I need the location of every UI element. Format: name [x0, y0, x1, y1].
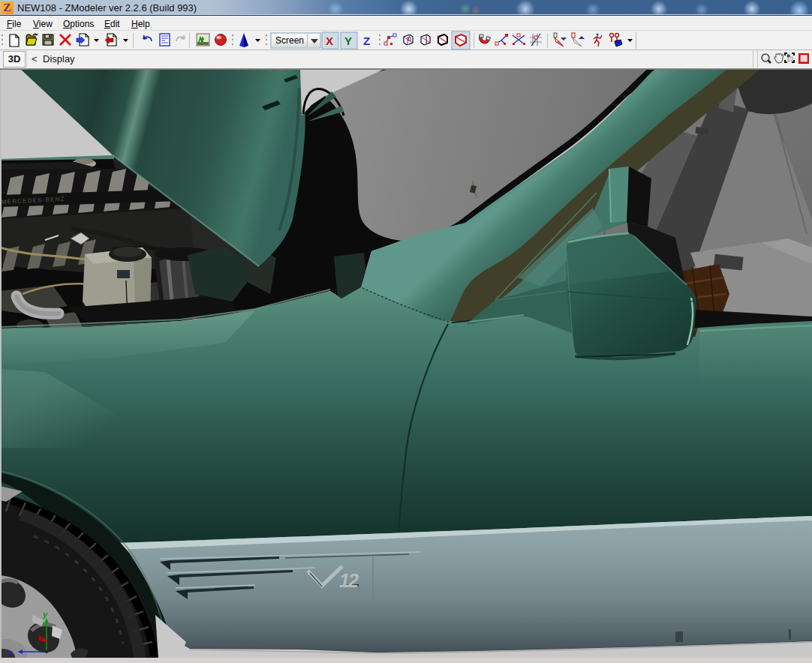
svg-text:X: X [326, 34, 333, 47]
svg-text:y: y [42, 610, 48, 619]
svg-text:Screen: Screen [275, 35, 304, 46]
svg-text:12: 12 [339, 570, 359, 591]
svg-text:z: z [7, 648, 12, 657]
svg-text:Z: Z [363, 34, 370, 47]
svg-text:Y: Y [344, 34, 352, 47]
svg-text:x: x [37, 634, 42, 642]
